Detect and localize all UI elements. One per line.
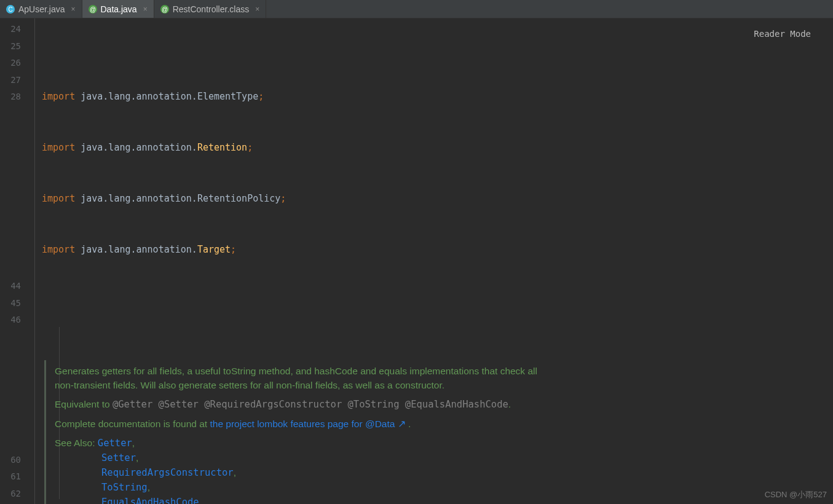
see-also: See Also: Getter, Setter, RequiredArgsCo… [55,436,547,504]
tab-data[interactable]: @ Data.java × [82,0,154,18]
annotation-icon: @ [160,5,169,14]
doc-link[interactable]: the project lombok features page for @Da… [210,419,405,429]
annotation-icon: @ [89,5,97,14]
javadoc-block: Generates getters for all fields, a usef… [44,360,555,504]
svg-text:@: @ [162,6,168,13]
code-line: import java.lang.annotation.Retention; [42,140,833,157]
code-line: import java.lang.annotation.ElementType; [42,89,833,106]
close-icon[interactable]: × [71,5,75,14]
reader-mode-button[interactable]: Reader Mode [750,25,815,44]
code-line [42,293,833,310]
tab-restcontroller[interactable]: @ RestController.class × [154,0,267,18]
tab-label: Data.java [101,4,137,14]
tab-label: RestController.class [173,4,250,14]
tab-apuser[interactable]: C ApUser.java × [0,0,82,18]
doc-paragraph: Generates getters for all fields, a usef… [55,364,547,392]
editor-content[interactable]: Reader Mode import java.lang.annotation.… [30,18,833,504]
line-gutter: 24 25 26 27 28 44 45 46 60 61 62 [0,18,30,504]
editor-tabs: C ApUser.java × @ Data.java × @ RestCont… [0,0,833,18]
code-line: import java.lang.annotation.Target; [42,242,833,259]
tab-label: ApUser.java [18,4,65,14]
svg-text:@: @ [89,6,95,13]
editor-area: 24 25 26 27 28 44 45 46 60 61 62 Reader … [0,18,833,504]
close-icon[interactable]: × [255,5,259,14]
watermark: CSDN @小雨527 [765,489,827,500]
close-icon[interactable]: × [143,5,148,14]
doc-paragraph: Complete documentation is found at the p… [55,417,547,431]
doc-paragraph: Equivalent to @Getter @Setter @RequiredA… [55,397,547,412]
code-line: import java.lang.annotation.RetentionPol… [42,191,833,208]
svg-text:C: C [8,6,12,13]
class-icon: C [6,5,15,14]
